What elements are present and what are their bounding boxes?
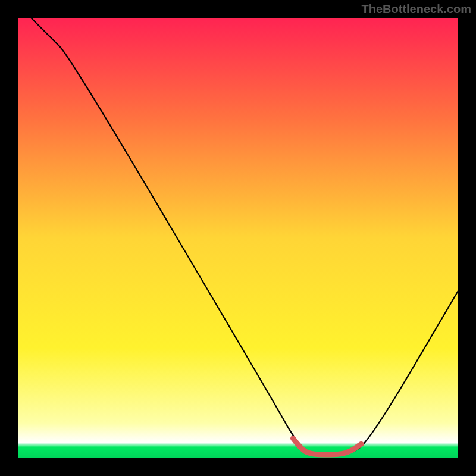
- watermark-text: TheBottleneck.com: [362, 2, 471, 16]
- plot-background: [18, 18, 458, 458]
- bottleneck-chart: [0, 0, 476, 476]
- chart-container: TheBottleneck.com: [0, 0, 476, 476]
